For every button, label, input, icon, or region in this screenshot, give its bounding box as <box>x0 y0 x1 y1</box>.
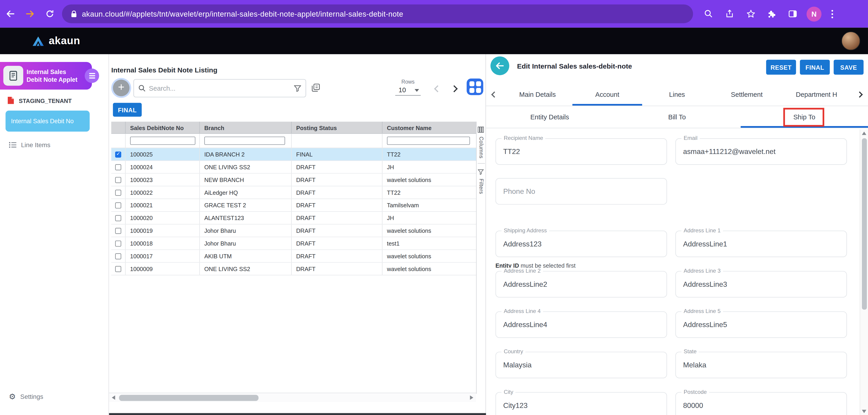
field-label: Address Line 1 <box>682 227 723 234</box>
tab-account[interactable]: Account <box>572 83 642 106</box>
filter-funnel-icon[interactable] <box>294 85 301 92</box>
tabs-scroll-left-icon[interactable] <box>486 83 503 106</box>
scroll-down-icon[interactable] <box>862 410 866 413</box>
sidebar-item-tenant[interactable]: STAGING_TENANT <box>7 96 71 104</box>
split-window-icon[interactable] <box>783 4 803 24</box>
subtab-entity-details[interactable]: Entity Details <box>486 106 613 128</box>
columns-icon[interactable] <box>478 125 486 135</box>
back-button[interactable] <box>490 57 509 75</box>
table-row[interactable]: 1000022 AiLedger HQ DRAFT TT22 <box>111 186 476 199</box>
row-checkbox[interactable] <box>115 240 121 246</box>
column-header-customer-name[interactable]: Customer Name <box>382 122 476 133</box>
row-checkbox[interactable] <box>115 164 121 170</box>
email-field[interactable]: Email asmaa+111212@wavelet.net <box>675 138 847 165</box>
final-button[interactable]: FINAL <box>113 103 142 117</box>
tabs-scroll-right-icon[interactable] <box>851 83 868 106</box>
cell-status: DRAFT <box>292 174 382 186</box>
address-line-1-field[interactable]: Address Line 1 AddressLine1 <box>675 231 847 257</box>
row-checkbox[interactable] <box>115 253 121 259</box>
ship-to-form: Recipient Name TT22 Email asmaa+111212@w… <box>486 128 859 415</box>
view-options-icon[interactable] <box>312 83 320 94</box>
search-input[interactable] <box>149 84 294 92</box>
column-header-branch[interactable]: Branch <box>200 122 291 133</box>
filters-icon[interactable] <box>478 167 486 177</box>
country-field[interactable]: Country Malaysia <box>495 352 667 378</box>
final-save-button[interactable]: FINAL <box>800 60 830 75</box>
state-field[interactable]: State Melaka <box>675 352 847 378</box>
back-icon[interactable] <box>0 4 20 24</box>
sidebar-item-settings[interactable]: ⚙ Settings <box>9 393 43 401</box>
scroll-up-icon[interactable] <box>862 132 866 135</box>
profile-avatar[interactable]: N <box>806 6 822 22</box>
phone-no-field[interactable]: Phone No <box>495 178 667 205</box>
tab-lines[interactable]: Lines <box>642 83 712 106</box>
address-line-4-field[interactable]: Address Line 4 AddressLine4 <box>495 311 667 338</box>
table-row[interactable]: 1000019 Johor Bharu DRAFT wavelet soluti… <box>111 224 476 237</box>
filters-strip-label[interactable]: Filters <box>478 178 485 194</box>
table-row[interactable]: 1000025 IDA BRANCH 2 FINAL TT22 <box>111 148 476 161</box>
scroll-right-icon[interactable] <box>470 395 473 400</box>
horizontal-scroll-thumb[interactable] <box>119 395 258 401</box>
row-checkbox[interactable] <box>115 177 121 183</box>
previous-page-icon[interactable] <box>434 85 441 92</box>
reset-button[interactable]: RESET <box>766 60 796 75</box>
cell-status: DRAFT <box>292 224 382 237</box>
user-avatar[interactable] <box>841 31 860 50</box>
row-checkbox[interactable] <box>115 189 121 196</box>
bookmark-star-icon[interactable] <box>741 4 761 24</box>
postcode-field[interactable]: Postcode 80000 <box>675 392 847 415</box>
table-row[interactable]: 1000024 ONE LIVING SS2 DRAFT JH <box>111 161 476 174</box>
share-icon[interactable] <box>720 4 739 24</box>
zoom-icon[interactable] <box>699 4 718 24</box>
columns-strip-label[interactable]: Columns <box>478 137 485 159</box>
row-checkbox[interactable] <box>115 202 121 208</box>
tab-department-h[interactable]: Department H <box>782 83 851 106</box>
table-filter-row <box>111 134 476 148</box>
grid-view-button[interactable] <box>467 78 483 95</box>
row-checkbox[interactable] <box>115 151 121 158</box>
vertical-scroll-thumb[interactable] <box>862 138 867 310</box>
filter-input-debitnote-no[interactable] <box>130 137 195 145</box>
akaun-logo[interactable]: akaun <box>32 35 80 47</box>
next-page-icon[interactable] <box>451 85 458 92</box>
vertical-scrollbar[interactable] <box>860 129 868 415</box>
column-header-debitnote-no[interactable]: Sales DebitNote No <box>126 122 200 133</box>
reload-icon[interactable] <box>40 4 60 24</box>
table-row[interactable]: 1000023 NEW BRANCH DRAFT wavelet solutio… <box>111 174 476 186</box>
tab-settlement[interactable]: Settlement <box>712 83 782 106</box>
city-field[interactable]: City City123 <box>495 392 667 415</box>
extensions-icon[interactable] <box>762 4 782 24</box>
horizontal-scrollbar[interactable] <box>109 393 476 402</box>
table-row[interactable]: 1000018 Johor Bharu DRAFT test1 <box>111 237 476 250</box>
table-row[interactable]: 1000009 ONE LIVING SS2 DRAFT wavelet sol… <box>111 263 476 275</box>
address-line-2-field[interactable]: Address Line 2 AddressLine2 <box>495 271 667 298</box>
kebab-menu-icon[interactable] <box>825 9 839 18</box>
sidebar-item-internal-sales-debit-note[interactable]: Internal Sales Debit No <box>5 111 90 132</box>
scroll-left-icon[interactable] <box>112 395 115 400</box>
row-checkbox[interactable] <box>115 228 121 234</box>
sidebar-item-line-items[interactable]: Line Items <box>9 142 51 148</box>
recipient-name-field[interactable]: Recipient Name TT22 <box>495 138 667 165</box>
filter-input-customer-name[interactable] <box>387 137 470 145</box>
address-line-5-field[interactable]: Address Line 5 AddressLine5 <box>675 311 847 338</box>
row-checkbox[interactable] <box>115 215 121 221</box>
shipping-address-field[interactable]: Shipping Address Address123 <box>495 231 667 257</box>
address-line-3-field[interactable]: Address Line 3 AddressLine3 <box>675 271 847 298</box>
address-bar[interactable]: akaun.cloud/#/applets/tnt/wavelet/erp/in… <box>62 4 693 23</box>
row-checkbox[interactable] <box>115 266 121 272</box>
table-row[interactable]: 1000020 ALANTEST123 DRAFT JH <box>111 212 476 224</box>
column-header-posting-status[interactable]: Posting Status <box>292 122 382 133</box>
table-row[interactable]: 1000021 GRACE TEST 2 DRAFT Tamilselvam <box>111 199 476 212</box>
forward-icon[interactable] <box>20 4 40 24</box>
rows-per-page-select[interactable]: 10 <box>395 85 421 96</box>
sidebar-item-applet[interactable]: Internal Sales Debit Note Applet <box>0 62 92 90</box>
save-button[interactable]: SAVE <box>834 60 863 75</box>
subtab-bill-to[interactable]: Bill To <box>613 106 741 128</box>
rows-per-page-value: 10 <box>399 86 406 94</box>
tab-main-details[interactable]: Main Details <box>503 83 572 106</box>
add-record-button[interactable]: + <box>113 80 129 96</box>
sidebar-collapse-icon[interactable] <box>85 69 99 83</box>
table-row[interactable]: 1000017 AKIB UTM DRAFT wavelet solutions <box>111 250 476 263</box>
cell-customer: JH <box>382 161 476 173</box>
filter-input-branch[interactable] <box>204 137 285 145</box>
